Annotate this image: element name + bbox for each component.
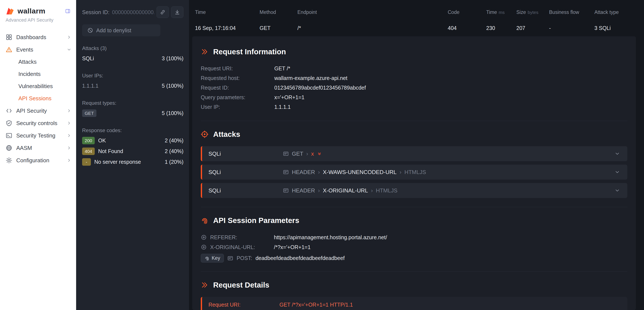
chevron-right-icon [67, 108, 72, 113]
attack-row[interactable]: SQLi GET › x [201, 146, 627, 161]
gear-icon [6, 157, 12, 164]
user-ips-title: User IPs: [82, 73, 184, 79]
session-detail-main: Time Method Endpoint Code Timems Sizebyt… [189, 0, 644, 310]
request-information-header: Request Information [201, 48, 627, 56]
sidebar-item-vulnerabilities[interactable]: Vulnerabilities [0, 80, 76, 92]
cell-time: 16 Sep, 17:16:04 [195, 25, 260, 31]
key-badge: Key [201, 254, 224, 262]
field-query-parameters: Query parameters: x='+OR+1=1 [201, 92, 627, 102]
column-header-time-ms: Timems [486, 10, 516, 15]
session-summary-panel: Session ID: 00000000000000... Add to den… [76, 0, 189, 310]
sidebar-item-incidents[interactable]: Incidents [0, 68, 76, 80]
wallarm-logo-icon [6, 7, 14, 15]
request-type-row: GET 5 (100%) [82, 108, 184, 118]
sidebar: wallarm Advanced API Security Dashboards… [0, 0, 76, 310]
attack-row[interactable]: SQLi HEADER › X-ORIGINAL-URL › HTMLJS [201, 183, 627, 198]
request-information-icon [201, 48, 208, 56]
session-key-param-row: Key POST: deadbeefdeadbeefdeadbeefdeadbe… [201, 254, 627, 262]
brand-name: wallarm [18, 7, 62, 15]
attack-stat-row: SQLi 3 (100%) [82, 53, 184, 64]
sidebar-item-events[interactable]: Events [0, 44, 76, 56]
request-details-row[interactable]: Request URI: GET /*?x='+OR+1=1 HTTP/1.1 [201, 297, 627, 310]
expand-chevron-icon[interactable] [614, 188, 620, 193]
sidebar-item-configuration[interactable]: Configuration [0, 154, 76, 166]
field-request-id: Request ID: 0123456789abcdef0123456789ab… [201, 83, 627, 92]
request-details-header: Request Details [201, 281, 627, 289]
chevron-right-icon [67, 121, 72, 126]
download-button[interactable] [171, 6, 184, 18]
dashboards-icon [6, 34, 12, 40]
session-id-value: 00000000000000... [112, 9, 154, 16]
cell-business-flow: - [549, 25, 594, 31]
column-header-business-flow: Business flow [549, 10, 594, 15]
response-code-row: - No server response 1 (20%) [82, 156, 184, 167]
circle-plus-icon[interactable] [201, 244, 207, 250]
request-detail-card: Request Information Request URI: GET /* … [192, 36, 636, 310]
user-ip-row: 1.1.1.1 5 (100%) [82, 80, 184, 91]
section-divider [201, 207, 627, 207]
expand-chevron-icon[interactable] [614, 169, 620, 175]
session-id-row: Session ID: 00000000000000... [82, 6, 184, 18]
session-param-row: X-ORIGINAL-URL: /*?x='+OR+1=1 [201, 242, 627, 252]
chevron-right-icon [67, 133, 72, 138]
sidebar-item-api-security[interactable]: API Security [0, 104, 76, 117]
chevron-right-icon [67, 35, 72, 40]
warning-triangle-icon [6, 46, 12, 53]
shield-icon [6, 120, 12, 126]
param-location-icon [283, 151, 289, 157]
section-divider [201, 272, 627, 272]
requests-table-header: Time Method Endpoint Code Timems Sizebyt… [189, 0, 644, 20]
section-divider [201, 121, 627, 121]
attacks-section-header: Attacks [201, 130, 627, 138]
add-to-denylist-button[interactable]: Add to denylist [82, 24, 160, 36]
sidebar-item-dashboards[interactable]: Dashboards [0, 31, 76, 44]
sidebar-item-api-sessions[interactable]: API Sessions [0, 92, 76, 104]
sidebar-item-security-controls[interactable]: Security controls [0, 117, 76, 129]
status-badge-404: 404 [82, 148, 95, 155]
request-table-row[interactable]: 16 Sep, 17:16:04 GET /* 404 230 207 - 3 … [189, 20, 644, 36]
cell-code: 404 [448, 25, 486, 31]
response-code-row: 404 Not Found 2 (40%) [82, 146, 184, 156]
response-code-row: 200 OK 2 (40%) [82, 135, 184, 146]
request-details-icon [201, 281, 208, 289]
cell-attack-type: 3 SQLi [594, 25, 644, 31]
column-header-size: Sizebytes [516, 10, 549, 15]
cell-time-ms: 230 [486, 25, 516, 31]
column-header-endpoint: Endpoint [298, 10, 448, 15]
fingerprint-icon [204, 256, 210, 261]
session-id-label: Session ID: [82, 9, 110, 16]
field-request-uri: Request URI: GET /* [201, 64, 627, 73]
brand-subtitle: Advanced API Security [0, 17, 76, 23]
attack-row[interactable]: SQLi HEADER › X-WAWS-UNENCODED-URL › HTM… [201, 164, 627, 180]
target-icon [201, 130, 208, 138]
status-badge-none: - [82, 158, 91, 166]
deny-icon [87, 27, 93, 33]
method-badge: GET [82, 110, 96, 117]
cell-endpoint: /* [298, 25, 448, 31]
fingerprint-icon [201, 216, 208, 224]
column-header-method: Method [260, 10, 298, 15]
column-header-attack-type: Attack type [594, 10, 644, 15]
brand: wallarm [0, 7, 76, 15]
circle-plus-icon[interactable] [201, 234, 207, 240]
session-param-row: REFERER: https://apimanagement.hosting.p… [201, 232, 627, 242]
sidebar-item-security-testing[interactable]: Security Testing [0, 129, 76, 142]
globe-icon [6, 144, 12, 151]
copy-link-button[interactable] [156, 6, 169, 18]
response-codes-title: Response codes: [82, 128, 184, 134]
attacks-stat-title: Attacks (3) [82, 45, 184, 51]
status-badge-200: 200 [82, 137, 95, 144]
sidebar-nav: Dashboards Events Attacks Incidents Vuln… [0, 31, 76, 166]
sidebar-item-attacks[interactable]: Attacks [0, 56, 76, 68]
chevron-right-icon [67, 146, 72, 150]
terminal-icon [6, 132, 12, 139]
expand-chevron-icon[interactable] [614, 151, 620, 156]
session-parameters-header: API Session Parameters [201, 216, 627, 225]
cell-size: 207 [516, 25, 549, 31]
events-submenu: Attacks Incidents Vulnerabilities API Se… [0, 56, 76, 104]
collapse-sidebar-icon[interactable] [65, 8, 70, 14]
param-location-icon [227, 255, 233, 261]
param-location-icon [283, 169, 289, 175]
sidebar-item-aasm[interactable]: AASM [0, 142, 76, 154]
chevron-down-icon [67, 47, 72, 52]
